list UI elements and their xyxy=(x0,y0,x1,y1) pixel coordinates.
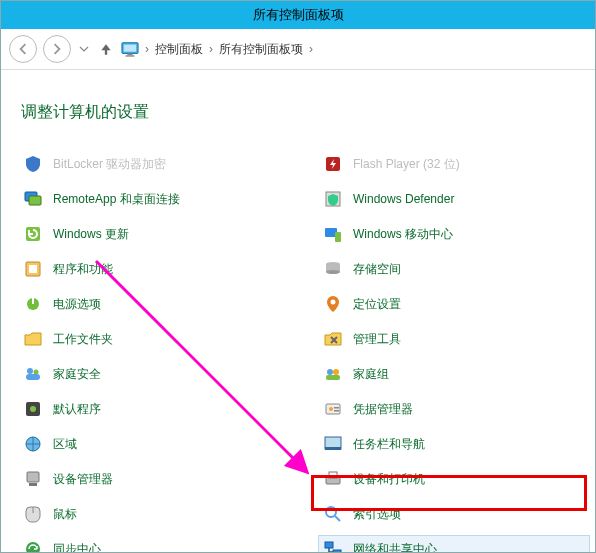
devices-printers-icon xyxy=(323,469,343,489)
control-panel-item[interactable]: Windows 更新 xyxy=(19,221,289,247)
arrow-up-icon xyxy=(99,42,113,56)
power-icon xyxy=(23,294,43,314)
control-panel-item[interactable]: 家庭组 xyxy=(319,361,589,387)
control-panel-item[interactable]: 家庭安全 xyxy=(19,361,289,387)
svg-rect-3 xyxy=(126,55,135,56)
svg-rect-32 xyxy=(326,375,340,380)
item-label: 定位设置 xyxy=(353,296,401,313)
back-button[interactable] xyxy=(9,35,37,63)
device-manager-icon xyxy=(23,469,43,489)
breadcrumb-separator-icon: › xyxy=(307,42,315,56)
svg-rect-10 xyxy=(32,298,34,304)
programs-icon xyxy=(23,259,43,279)
control-panel-item[interactable]: 电源选项 xyxy=(19,291,289,317)
item-label: 存储空间 xyxy=(353,261,401,278)
item-label: 默认程序 xyxy=(53,401,101,418)
svg-point-30 xyxy=(327,369,333,375)
family-icon xyxy=(23,364,43,384)
control-panel-item[interactable]: 存储空间 xyxy=(319,256,589,282)
arrow-left-icon xyxy=(17,43,29,55)
item-label: Flash Player (32 位) xyxy=(353,156,460,173)
svg-rect-40 xyxy=(329,472,337,478)
control-panel-item[interactable]: 程序和功能 xyxy=(19,256,289,282)
control-panel-item[interactable]: 索引选项 xyxy=(319,501,589,527)
windows-update-icon xyxy=(23,224,43,244)
region-icon xyxy=(23,434,43,454)
svg-rect-18 xyxy=(29,483,37,486)
svg-point-29 xyxy=(331,300,336,305)
item-label: 设备和打印机 xyxy=(353,471,425,488)
page-heading: 调整计算机的设置 xyxy=(21,102,577,123)
item-label: 鼠标 xyxy=(53,506,77,523)
sync-icon xyxy=(23,539,43,553)
history-dropdown[interactable] xyxy=(77,42,91,56)
control-panel-item[interactable]: 设备和打印机 xyxy=(319,466,589,492)
indexing-icon xyxy=(323,504,343,524)
control-panel-item[interactable]: 默认程序 xyxy=(19,396,289,422)
svg-rect-38 xyxy=(325,447,341,450)
control-panel-icon xyxy=(121,40,139,58)
control-panel-item[interactable]: 同步中心 xyxy=(19,536,289,553)
default-programs-icon xyxy=(23,399,43,419)
credentials-icon xyxy=(323,399,343,419)
arrow-right-icon xyxy=(51,43,63,55)
svg-point-34 xyxy=(329,407,333,411)
item-label: 区域 xyxy=(53,436,77,453)
control-panel-item[interactable]: 鼠标 xyxy=(19,501,289,527)
item-label: Windows 更新 xyxy=(53,226,129,243)
shield-blue-icon xyxy=(23,154,43,174)
remoteapp-icon xyxy=(23,189,43,209)
item-label: 电源选项 xyxy=(53,296,101,313)
svg-rect-13 xyxy=(26,374,40,380)
control-panel-item[interactable]: 区域 xyxy=(19,431,289,457)
item-label: BitLocker 驱动器加密 xyxy=(53,156,166,173)
item-label: 程序和功能 xyxy=(53,261,113,278)
item-label: Windows 移动中心 xyxy=(353,226,453,243)
location-icon xyxy=(323,294,343,314)
control-panel-item[interactable]: 工作文件夹 xyxy=(19,326,289,352)
item-label: 网络和共享中心 xyxy=(353,541,437,554)
control-panel-item[interactable]: 设备管理器 xyxy=(19,466,289,492)
control-panel-item[interactable]: RemoteApp 和桌面连接 xyxy=(19,186,289,212)
svg-rect-8 xyxy=(29,265,37,273)
items-column-right: Flash Player (32 位) Windows Defender Win… xyxy=(319,151,589,553)
items-column-left: BitLocker 驱动器加密 RemoteApp 和桌面连接 Windows … xyxy=(19,151,289,553)
control-panel-item[interactable]: 凭据管理器 xyxy=(319,396,589,422)
svg-rect-43 xyxy=(325,542,333,548)
defender-icon xyxy=(323,189,343,209)
taskbar-icon xyxy=(323,434,343,454)
item-label: 任务栏和导航 xyxy=(353,436,425,453)
item-label: 索引选项 xyxy=(353,506,401,523)
control-panel-item[interactable]: 网络和共享中心 xyxy=(319,536,589,553)
control-panel-item[interactable]: Windows Defender xyxy=(319,186,589,212)
breadcrumb-current[interactable]: 所有控制面板项 xyxy=(219,41,303,58)
item-label: 设备管理器 xyxy=(53,471,113,488)
item-label: 管理工具 xyxy=(353,331,401,348)
control-panel-item[interactable]: 定位设置 xyxy=(319,291,589,317)
item-label: 家庭安全 xyxy=(53,366,101,383)
control-panel-item[interactable]: BitLocker 驱动器加密 xyxy=(19,151,289,177)
address-bar[interactable]: › 控制面板 › 所有控制面板项 › xyxy=(121,40,315,58)
admin-tools-icon xyxy=(323,329,343,349)
mobility-icon xyxy=(323,224,343,244)
control-panel-item[interactable]: Windows 移动中心 xyxy=(319,221,589,247)
svg-point-41 xyxy=(326,507,336,517)
item-label: Windows Defender xyxy=(353,192,454,206)
forward-button[interactable] xyxy=(43,35,71,63)
control-panel-item[interactable]: 管理工具 xyxy=(319,326,589,352)
control-panel-window: 所有控制面板项 › 控制面板 › 所有控制面板项 › xyxy=(0,0,596,553)
network-icon xyxy=(323,539,343,553)
flash-icon xyxy=(323,154,343,174)
item-label: 工作文件夹 xyxy=(53,331,113,348)
svg-point-20 xyxy=(26,542,40,553)
svg-rect-1 xyxy=(124,45,137,52)
item-label: 同步中心 xyxy=(53,541,101,554)
item-label: RemoteApp 和桌面连接 xyxy=(53,191,180,208)
up-button[interactable] xyxy=(97,40,115,58)
breadcrumb-root[interactable]: 控制面板 xyxy=(155,41,203,58)
content-area: 调整计算机的设置 BitLocker 驱动器加密 RemoteApp 和桌面连接… xyxy=(1,70,595,553)
control-panel-item[interactable]: 任务栏和导航 xyxy=(319,431,589,457)
control-panel-item[interactable]: Flash Player (32 位) xyxy=(319,151,589,177)
svg-rect-17 xyxy=(27,472,39,482)
svg-rect-35 xyxy=(334,407,339,409)
